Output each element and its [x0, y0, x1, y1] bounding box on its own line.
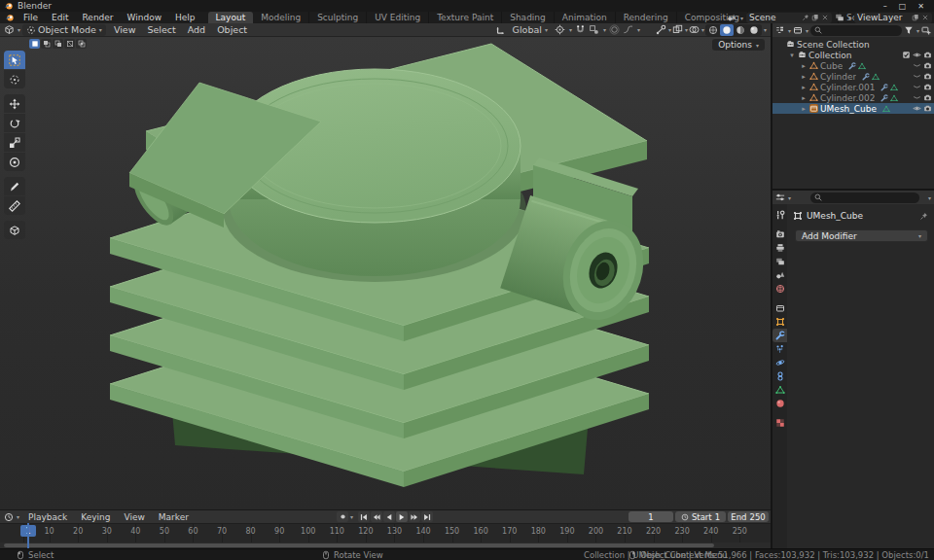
viewport-3d[interactable]: Options▾ — [0, 37, 771, 509]
properties-tab-modifiers[interactable] — [772, 329, 787, 342]
outliner-display-mode-icon[interactable] — [793, 25, 803, 35]
menu-file[interactable]: File — [17, 13, 45, 22]
frame-end-field[interactable]: End 250 — [728, 511, 769, 522]
snap-target-icon[interactable] — [589, 24, 599, 35]
view-layer-selector[interactable]: ViewLayer — [854, 13, 932, 23]
outliner-row-cylinder-001[interactable]: ▸Cylinder.001 — [772, 82, 934, 92]
outliner-row-cube[interactable]: ▸Cube — [772, 60, 934, 71]
properties-tab-object[interactable] — [772, 315, 787, 329]
timeline-menu-keying[interactable]: Keying — [74, 512, 117, 522]
shading-solid-button[interactable] — [720, 24, 734, 36]
object-visibility-icon[interactable] — [672, 24, 683, 35]
timeline-menu-playback[interactable]: Playback — [21, 512, 74, 522]
prev-keyframe-button[interactable] — [371, 511, 382, 522]
frame-ruler[interactable]: 1 11020304050607080901001101201301401501… — [0, 523, 771, 542]
show-overlays-icon[interactable] — [689, 24, 700, 35]
pin-icon[interactable] — [802, 14, 809, 21]
current-frame-field[interactable]: 1 — [629, 511, 673, 522]
properties-tab-render[interactable] — [772, 228, 787, 241]
jump-to-start-button[interactable] — [358, 511, 370, 522]
properties-tab-constraints[interactable] — [772, 369, 787, 383]
outliner-row-cylinder-002[interactable]: ▸Cylinder.002 — [772, 92, 934, 103]
eye-closed-toggle-icon[interactable] — [913, 61, 921, 70]
camera-toggle-icon[interactable] — [923, 93, 932, 102]
timeline-menu-marker[interactable]: Marker — [152, 512, 196, 522]
workspace-tab-animation[interactable]: Animation — [555, 12, 616, 23]
play-reverse-button[interactable] — [383, 511, 395, 522]
disclosure-icon[interactable]: ▸ — [800, 62, 808, 70]
eye-open-toggle-icon[interactable] — [913, 104, 921, 113]
menu-edit[interactable]: Edit — [45, 13, 75, 22]
close-button[interactable]: ✕ — [917, 2, 924, 11]
eye-closed-toggle-icon[interactable] — [913, 72, 921, 81]
menu-window[interactable]: Window — [121, 13, 169, 22]
menu-render[interactable]: Render — [76, 13, 121, 22]
disclosure-icon[interactable]: ▸ — [800, 105, 808, 113]
camera-toggle-icon[interactable] — [923, 72, 932, 81]
select-mode-set[interactable] — [29, 39, 40, 49]
next-keyframe-button[interactable] — [409, 511, 420, 522]
eye-closed-toggle-icon[interactable] — [913, 83, 921, 91]
shading-material-button[interactable] — [734, 24, 747, 36]
transform-orientation-icon[interactable] — [495, 24, 506, 35]
pivot-point-icon[interactable] — [555, 24, 565, 35]
outliner-row-scene-collection[interactable]: Scene Collection — [772, 39, 934, 50]
properties-search-input[interactable] — [810, 192, 919, 203]
select-mode-invert[interactable] — [64, 39, 75, 49]
viewport-menu-select[interactable]: Select — [141, 24, 181, 35]
disclosure-icon[interactable]: ▸ — [800, 84, 808, 91]
mode-selector[interactable]: Object Mode ▾ — [22, 24, 106, 36]
editor-type-timeline-icon[interactable] — [4, 512, 14, 522]
camera-toggle-icon[interactable] — [923, 61, 932, 70]
eye-open-toggle-icon[interactable] — [913, 51, 921, 59]
editor-type-outliner-icon[interactable] — [775, 25, 785, 35]
new-view-layer-icon[interactable] — [912, 14, 919, 21]
timeline-scrollbar-thumb[interactable] — [4, 543, 714, 547]
viewport-menu-add[interactable]: Add — [182, 24, 211, 35]
snap-magnet-icon[interactable] — [575, 24, 586, 35]
viewport-3d-object[interactable] — [0, 37, 771, 509]
outliner-row-umesh-cube[interactable]: ▸UMesh_Cube — [772, 103, 934, 114]
tool-measure[interactable] — [4, 196, 25, 215]
workspace-tab-modeling[interactable]: Modeling — [253, 12, 309, 23]
viewport-menu-object[interactable]: Object — [211, 24, 253, 35]
workspace-tab-uv-editing[interactable]: UV Editing — [367, 12, 429, 23]
jump-to-end-button[interactable] — [421, 511, 433, 522]
new-scene-icon[interactable] — [811, 14, 819, 21]
remove-view-layer-icon[interactable] — [921, 14, 929, 21]
shading-rendered-button[interactable] — [747, 24, 761, 36]
disclosure-icon[interactable]: ▸ — [800, 94, 808, 102]
workspace-tab-rendering[interactable]: Rendering — [616, 12, 677, 23]
properties-tab-object-data[interactable] — [772, 383, 787, 397]
properties-tab-texture[interactable] — [772, 416, 787, 430]
tool-scale[interactable] — [4, 133, 25, 152]
minimize-button[interactable]: – — [883, 2, 887, 11]
outliner-row-cylinder[interactable]: ▸Cylinder — [772, 71, 934, 82]
tool-move[interactable] — [4, 94, 25, 113]
outliner-search-input[interactable] — [810, 25, 902, 36]
camera-toggle-icon[interactable] — [923, 83, 932, 91]
select-mode-intersect[interactable] — [76, 39, 87, 49]
properties-tab-collection[interactable] — [772, 301, 787, 315]
filter-icon[interactable] — [904, 25, 914, 35]
frame-start-field[interactable]: Start 1 — [675, 511, 726, 522]
outliner-row-collection[interactable]: ▾Collection — [772, 50, 934, 60]
properties-tab-particles[interactable] — [772, 342, 787, 356]
camera-toggle-icon[interactable] — [923, 51, 932, 59]
disclosure-icon[interactable]: ▸ — [800, 73, 808, 81]
timeline-menu-view[interactable]: View — [117, 512, 151, 522]
select-mode-subtract[interactable] — [53, 39, 63, 49]
show-gizmo-icon[interactable] — [656, 24, 666, 35]
camera-toggle-icon[interactable] — [923, 104, 932, 113]
new-collection-icon[interactable] — [921, 25, 931, 35]
tool-annotate[interactable] — [4, 177, 25, 195]
workspace-tab-shading[interactable]: Shading — [502, 12, 555, 23]
tool-add-cube[interactable] — [4, 221, 25, 239]
add-modifier-button[interactable]: Add Modifier ▾ — [795, 229, 928, 242]
unlink-scene-icon[interactable] — [821, 14, 829, 21]
shading-wireframe-button[interactable] — [706, 24, 720, 36]
workspace-tab-texture-paint[interactable]: Texture Paint — [429, 12, 502, 23]
select-mode-extend[interactable] — [41, 39, 52, 49]
view-layer-icon[interactable] — [835, 13, 844, 22]
viewport-options-button[interactable]: Options▾ — [712, 39, 765, 51]
